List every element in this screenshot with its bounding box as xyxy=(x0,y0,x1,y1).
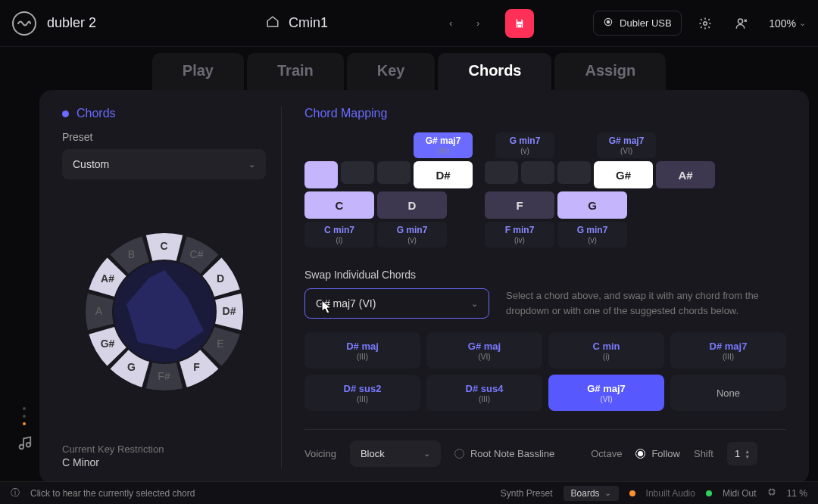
mapped-chord[interactable]: G# maj7(VI) xyxy=(597,132,656,158)
wheel-note-Gsharp[interactable]: G# xyxy=(96,338,119,350)
suggestion-chord[interactable]: D# sus2(III) xyxy=(304,375,420,411)
wheel-note-Dsharp[interactable]: D# xyxy=(218,305,241,317)
key-restriction: Current Key Restriction C Minor xyxy=(62,443,266,468)
logo-icon xyxy=(12,11,36,36)
note-block[interactable]: C xyxy=(304,191,374,219)
suggestion-chord[interactable]: G# maj7(VI) xyxy=(548,375,664,411)
chevron-down-icon: ⌄ xyxy=(248,160,255,170)
octave-follow-radio[interactable]: Follow xyxy=(635,448,680,459)
root-note-bassline-radio[interactable]: Root Note Bassline xyxy=(454,448,554,459)
target-icon xyxy=(603,17,614,30)
note-block[interactable]: D# xyxy=(414,161,473,188)
note-block[interactable] xyxy=(377,161,411,184)
shift-stepper[interactable]: 1 ▲▼ xyxy=(727,442,757,465)
note-block[interactable] xyxy=(521,161,554,184)
nav-back-button[interactable]: ‹ xyxy=(437,10,464,37)
note-block[interactable] xyxy=(485,161,518,184)
scale-wheel[interactable]: CC#DD#EFF#GG#AA#B xyxy=(81,229,248,395)
save-button[interactable] xyxy=(505,9,534,38)
account-button[interactable] xyxy=(729,11,754,36)
tab-assign[interactable]: Assign xyxy=(554,53,666,90)
settings-button[interactable] xyxy=(692,11,718,36)
suggestion-chord[interactable]: G# maj(VI) xyxy=(426,332,542,369)
waveform-icon[interactable] xyxy=(16,434,33,453)
synth-preset-label: Synth Preset xyxy=(501,488,553,499)
device-name: Dubler USB xyxy=(620,17,672,29)
mapped-chord[interactable]: G min7(v) xyxy=(377,222,447,247)
suggestion-chord[interactable]: D# sus4(III) xyxy=(426,375,542,411)
inbuilt-audio-label: Inbuilt Audio xyxy=(646,488,695,499)
mapped-chord[interactable]: G# maj7(VI) xyxy=(414,132,473,158)
note-block[interactable]: G xyxy=(557,191,627,219)
mapped-chord[interactable]: G min7(v) xyxy=(557,222,627,247)
mapped-chord[interactable]: F min7(iv) xyxy=(485,222,554,247)
nav-forward-button[interactable]: › xyxy=(464,10,492,37)
song-name: Cmin1 xyxy=(289,15,328,31)
home-icon[interactable] xyxy=(266,15,279,32)
note-block[interactable] xyxy=(557,161,591,184)
audio-device-selector[interactable]: Dubler USB xyxy=(593,11,682,36)
swap-label: Swap Individual Chords xyxy=(304,269,786,281)
shift-label: Shift xyxy=(694,448,713,459)
synth-preset-select[interactable]: Boards⌄ xyxy=(564,486,619,501)
chords-section-header: Chords xyxy=(62,107,266,120)
info-icon: ⓘ xyxy=(11,487,20,499)
suggestion-chord[interactable]: D# maj7(III) xyxy=(670,332,786,369)
chord-mapping: G# maj7(VI)D#CDC min7(i)G min7(v)G# maj7… xyxy=(304,132,786,247)
nav-arrows: ‹ › xyxy=(437,10,492,37)
tab-chords[interactable]: Chords xyxy=(438,53,551,90)
wheel-note-A[interactable]: A xyxy=(88,305,111,317)
wheel-note-Asharp[interactable]: A# xyxy=(96,272,119,285)
svg-rect-7 xyxy=(770,490,774,494)
svg-point-3 xyxy=(738,19,742,23)
tab-train[interactable]: Train xyxy=(247,53,344,90)
note-block[interactable] xyxy=(341,161,374,184)
main-panel: Chords Preset Custom ⌄ CC#DD#EFF#GG#AA#B… xyxy=(39,90,809,484)
status-bar: ⓘ Click to hear the currently selected c… xyxy=(0,481,818,504)
svg-point-1 xyxy=(607,20,610,23)
tab-key[interactable]: Key xyxy=(347,53,436,90)
swap-chord-select[interactable]: G# maj7 (VI) ⌄ xyxy=(304,288,489,319)
note-block[interactable]: D xyxy=(377,191,447,219)
left-strip xyxy=(9,90,39,484)
zoom-level[interactable]: 100%⌄ xyxy=(769,17,806,30)
mapped-chord[interactable]: C min7(i) xyxy=(304,222,374,247)
suggestion-chord[interactable]: D# maj(III) xyxy=(304,332,420,369)
voicing-select[interactable]: Block⌄ xyxy=(350,440,441,467)
midi-out-status-icon xyxy=(706,490,712,496)
wheel-note-F[interactable]: F xyxy=(186,361,208,373)
footer-hint: Click to hear the currently selected cho… xyxy=(30,488,195,499)
preset-select[interactable]: Custom ⌄ xyxy=(62,149,266,179)
note-block[interactable]: G# xyxy=(594,161,653,188)
voicing-row: Voicing Block⌄ Root Note Bassline Octave… xyxy=(304,440,786,467)
note-block[interactable]: A# xyxy=(656,161,715,188)
octave-label: Octave xyxy=(591,448,622,459)
wheel-note-G[interactable]: G xyxy=(120,361,143,373)
swap-help-text: Select a chord above, and swap it with a… xyxy=(506,288,786,318)
wheel-note-B[interactable]: B xyxy=(120,248,143,260)
bullet-icon xyxy=(62,110,69,117)
chord-mapping-title: Chord Mapping xyxy=(304,107,786,120)
chevron-down-icon: ⌄ xyxy=(471,299,478,309)
wheel-note-D[interactable]: D xyxy=(209,272,232,285)
tab-play[interactable]: Play xyxy=(152,53,244,90)
mapped-chord[interactable]: G min7(v) xyxy=(495,132,554,158)
cpu-value: 11 % xyxy=(787,488,807,499)
preset-label: Preset xyxy=(62,131,266,143)
svg-point-2 xyxy=(703,21,707,25)
wheel-note-Fsharp[interactable]: F# xyxy=(153,370,176,382)
divider xyxy=(304,429,786,430)
note-block[interactable]: F xyxy=(485,191,554,219)
top-bar: dubler 2 Cmin1 ‹ › Dubler USB 100%⌄ xyxy=(0,0,818,47)
suggestion-chord[interactable]: None xyxy=(670,375,786,411)
wheel-note-Csharp[interactable]: C# xyxy=(186,248,208,260)
wheel-note-C[interactable]: C xyxy=(153,240,176,252)
midi-out-label: Midi Out xyxy=(723,488,757,499)
app-title: dubler 2 xyxy=(47,15,96,31)
note-block[interactable] xyxy=(304,161,338,188)
main-tabs: Play Train Key Chords Assign xyxy=(0,47,818,90)
suggestion-chord[interactable]: C min(i) xyxy=(548,332,664,369)
cpu-icon xyxy=(767,487,776,499)
wheel-note-E[interactable]: E xyxy=(209,338,232,350)
inbuilt-audio-status-icon xyxy=(629,490,635,496)
